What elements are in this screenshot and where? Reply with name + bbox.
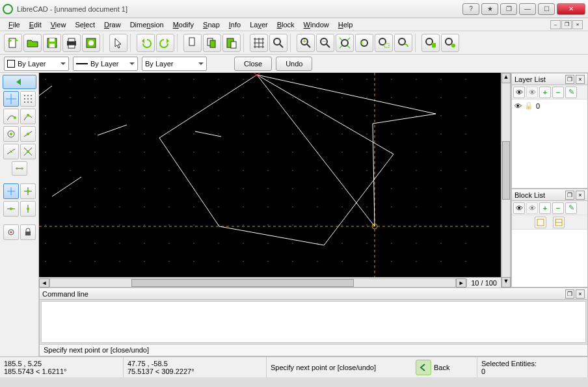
block-edit-button[interactable]: ✎: [565, 202, 577, 214]
snap-intersection-manual-button[interactable]: [12, 161, 27, 176]
layer-show-all-button[interactable]: 👁: [513, 87, 525, 98]
snap-middle-button[interactable]: [20, 126, 36, 142]
layer-list-body[interactable]: 👁 🔒 0: [512, 100, 587, 188]
vscroll-thumb[interactable]: [502, 141, 510, 199]
vertical-scrollbar[interactable]: ▲ ▼: [501, 73, 511, 287]
menu-view[interactable]: View: [46, 20, 71, 30]
helper-button[interactable]: ?: [462, 3, 479, 15]
close-button[interactable]: ✕: [557, 3, 585, 15]
back-arrow-button[interactable]: [3, 75, 36, 89]
vscroll-down[interactable]: ▼: [501, 277, 511, 287]
linetype-combo[interactable]: By Layer: [142, 57, 207, 71]
drawing-area[interactable]: ◄ ► 10 / 100: [39, 73, 501, 287]
print-button[interactable]: [62, 34, 81, 52]
menu-file[interactable]: File: [4, 20, 25, 30]
snap-dist-button[interactable]: [3, 144, 19, 159]
command-history[interactable]: [41, 301, 586, 343]
save-button[interactable]: [43, 34, 61, 52]
open-button[interactable]: [23, 34, 42, 52]
menu-draw[interactable]: Draw: [100, 20, 126, 30]
snap-free-button[interactable]: [3, 91, 19, 107]
mdi-restore[interactable]: ❐: [561, 20, 572, 29]
layer-remove-button[interactable]: −: [552, 87, 564, 98]
block-list-body[interactable]: [512, 230, 587, 287]
layer-edit-button[interactable]: ✎: [565, 87, 577, 98]
layer-panel-close[interactable]: ×: [576, 75, 585, 84]
snap-intersection-button[interactable]: [20, 144, 36, 159]
menu-block[interactable]: Block: [273, 20, 299, 30]
menu-layer[interactable]: Layer: [245, 20, 273, 30]
zoom-window-button[interactable]: [375, 34, 393, 52]
menu-dimension[interactable]: Dimension: [126, 20, 168, 30]
vscroll-track[interactable]: [501, 83, 511, 277]
maximize-button[interactable]: ☐: [538, 3, 555, 15]
linewidth-combo[interactable]: By Layer: [73, 57, 138, 71]
hscroll-left[interactable]: ◄: [39, 278, 49, 287]
layer-panel-undock[interactable]: ❐: [565, 75, 574, 84]
status-back-button[interactable]: [416, 360, 431, 375]
block-hide-all-button[interactable]: 👁: [526, 202, 538, 214]
restrict-nothing-button[interactable]: [3, 183, 19, 199]
block-panel-close[interactable]: ×: [576, 191, 585, 200]
command-prompt[interactable]: Specify next point or [close/undo]: [40, 344, 587, 356]
menu-help[interactable]: Help: [334, 20, 358, 30]
block-save-button[interactable]: [553, 217, 565, 228]
zoom-pan-button[interactable]: [394, 34, 412, 52]
color-combo[interactable]: By Layer: [4, 57, 69, 71]
restrict-horiz-button[interactable]: [3, 201, 19, 217]
block-remove-button[interactable]: −: [552, 202, 564, 214]
undo-button[interactable]: [137, 34, 155, 52]
snap-on-entity-button[interactable]: [20, 109, 36, 124]
block-show-all-button[interactable]: 👁: [513, 202, 525, 214]
layer-visible-icon[interactable]: 👁: [514, 102, 522, 110]
menu-select[interactable]: Select: [70, 20, 100, 30]
block-panel-undock[interactable]: ❐: [565, 191, 574, 200]
layer-lock-icon[interactable]: 🔒: [524, 101, 533, 110]
grid-button[interactable]: [250, 34, 268, 52]
cmd-panel-undock[interactable]: ❐: [565, 289, 574, 299]
minimize-button[interactable]: —: [519, 3, 536, 15]
zoom-in-button[interactable]: +: [297, 34, 315, 52]
zoom-auto-button[interactable]: [336, 34, 354, 52]
undo-segment-button[interactable]: Undo: [276, 57, 312, 71]
mdi-minimize[interactable]: –: [550, 20, 561, 29]
set-rel-zero-button[interactable]: [3, 224, 19, 240]
hscroll-thumb[interactable]: [131, 279, 354, 287]
menu-modify[interactable]: Modify: [168, 20, 198, 30]
print-preview-button[interactable]: [82, 34, 100, 52]
dual-button[interactable]: ❐: [500, 3, 517, 15]
snap-grid-button[interactable]: [20, 91, 36, 107]
hscroll-track[interactable]: [49, 278, 456, 287]
hscroll-right[interactable]: ►: [456, 278, 466, 287]
lock-rel-zero-button[interactable]: [20, 224, 36, 240]
redo-button[interactable]: [156, 34, 174, 52]
menu-snap[interactable]: Snap: [198, 20, 224, 30]
cursor-button[interactable]: [109, 34, 127, 52]
restrict-vert-button[interactable]: [20, 201, 36, 217]
snap-endpoint-button[interactable]: [3, 109, 19, 124]
horizontal-scrollbar[interactable]: ◄ ► 10 / 100: [39, 277, 501, 287]
snap-center-button[interactable]: [3, 126, 19, 142]
new-button[interactable]: +: [4, 34, 22, 52]
layer-add-button[interactable]: +: [539, 87, 551, 98]
cad-canvas[interactable]: [39, 73, 490, 277]
copy-button[interactable]: [203, 34, 221, 52]
block-insert-button[interactable]: [535, 217, 546, 228]
zoom-sel-button[interactable]: [421, 34, 440, 52]
close-polyline-button[interactable]: Close: [234, 57, 272, 71]
zoom-out-button[interactable]: −: [316, 34, 334, 52]
cmd-panel-close[interactable]: ×: [576, 289, 585, 299]
restrict-ortho-button[interactable]: [20, 183, 36, 199]
block-add-button[interactable]: +: [539, 202, 551, 214]
layer-hide-all-button[interactable]: 👁: [526, 87, 538, 98]
zoom-redraw-button[interactable]: [269, 34, 287, 52]
zoom-layer-button[interactable]: [441, 34, 459, 52]
paste-button[interactable]: [222, 34, 241, 52]
menu-edit[interactable]: Edit: [25, 20, 46, 30]
vscroll-up[interactable]: ▲: [501, 73, 511, 83]
menu-window[interactable]: Window: [299, 20, 334, 30]
zoom-prev-button[interactable]: [355, 34, 373, 52]
layer-row[interactable]: 👁 🔒 0: [513, 101, 586, 111]
mdi-close[interactable]: ×: [572, 20, 583, 29]
menu-info[interactable]: Info: [224, 20, 245, 30]
